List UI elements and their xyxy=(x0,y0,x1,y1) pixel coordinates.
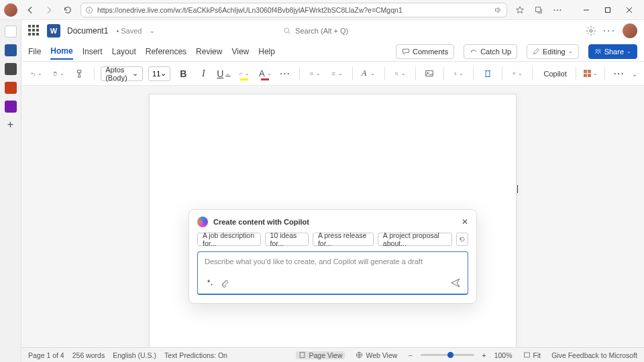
rail-word-icon[interactable] xyxy=(5,44,17,56)
forward-icon xyxy=(43,4,55,16)
attach-icon[interactable] xyxy=(221,279,229,288)
svg-rect-5 xyxy=(606,7,610,12)
more-font-button[interactable]: ··· xyxy=(278,65,292,82)
rail-teams-icon[interactable] xyxy=(5,63,17,75)
align-button[interactable]: ⌄ xyxy=(329,65,345,82)
bullets-button[interactable]: ⌄ xyxy=(307,65,323,82)
suggestion-chip-ideas[interactable]: 10 ideas for... xyxy=(265,233,309,246)
rail-add-icon[interactable]: + xyxy=(7,119,13,130)
svg-point-9 xyxy=(596,50,598,52)
zoom-in-button[interactable]: + xyxy=(482,351,486,359)
back-icon[interactable] xyxy=(24,4,36,16)
user-avatar[interactable] xyxy=(623,23,637,38)
read-aloud-icon[interactable] xyxy=(493,5,502,15)
catchup-button[interactable]: Catch Up xyxy=(464,44,517,59)
document-state: • Saved xyxy=(116,27,142,35)
browser-titlebar: https://onedrive.live.com/w:/t/EaCKkPs6A… xyxy=(0,0,644,20)
app-side-rail: + xyxy=(0,20,21,362)
highlight-button[interactable]: ⌄ xyxy=(236,65,252,82)
status-language[interactable]: English (U.S.) xyxy=(113,351,156,359)
zoom-level[interactable]: 100% xyxy=(494,351,513,359)
copilot-prompt-input[interactable]: Describe what you'd like to create, and … xyxy=(197,251,468,295)
rail-powerpoint-icon[interactable] xyxy=(5,82,17,94)
search-placeholder: Search (Alt + Q) xyxy=(295,27,348,35)
status-words[interactable]: 256 words xyxy=(72,351,105,359)
document-name[interactable]: Document1 xyxy=(67,26,108,36)
editing-button[interactable]: Editing⌄ xyxy=(527,44,579,59)
dictate-button[interactable]: ⌄ xyxy=(451,65,466,82)
zoom-slider[interactable] xyxy=(421,354,474,356)
page-view-button[interactable]: Page View xyxy=(296,351,345,359)
tab-help[interactable]: Help xyxy=(258,44,275,59)
paste-button[interactable]: ⌄ xyxy=(50,65,67,82)
send-button[interactable] xyxy=(450,278,461,288)
maximize-button[interactable] xyxy=(597,0,619,20)
settings-icon[interactable] xyxy=(586,25,596,36)
tab-references[interactable]: References xyxy=(146,44,186,59)
sparkle-icon[interactable] xyxy=(205,278,214,288)
refresh-icon[interactable] xyxy=(62,4,74,16)
profile-avatar[interactable] xyxy=(4,3,17,17)
tab-home[interactable]: Home xyxy=(50,44,72,60)
font-color-button[interactable]: A⌄ xyxy=(258,65,272,82)
minimize-button[interactable] xyxy=(576,0,597,20)
suggestion-refresh-button[interactable] xyxy=(456,233,468,246)
collections-icon[interactable] xyxy=(533,4,545,16)
rail-office-icon[interactable] xyxy=(5,25,17,38)
rail-onenote-icon[interactable] xyxy=(5,101,17,113)
svg-point-6 xyxy=(284,28,289,33)
font-name-select[interactable]: Aptos (Body)⌄ xyxy=(101,66,143,81)
zoom-out-button[interactable]: − xyxy=(408,351,412,359)
web-view-button[interactable]: Web View xyxy=(353,351,400,359)
app-more-icon[interactable]: ··· xyxy=(603,25,616,37)
app-launcher-icon[interactable] xyxy=(28,25,40,37)
svg-rect-2 xyxy=(89,9,90,11)
svg-rect-29 xyxy=(524,353,529,357)
tab-review[interactable]: Review xyxy=(196,44,222,59)
ribbon-collapse-icon[interactable]: ⌄ xyxy=(632,70,637,78)
feedback-link[interactable]: Give Feedback to Microsoft xyxy=(551,351,637,359)
word-logo-icon: W xyxy=(47,24,60,38)
ribbon-overflow-button[interactable]: ··· xyxy=(612,65,627,82)
underline-button[interactable]: U⌄ xyxy=(216,65,231,82)
find-button[interactable]: ⌄ xyxy=(392,65,409,82)
suggestion-chip-job[interactable]: A job description for... xyxy=(197,233,261,246)
svg-point-14 xyxy=(310,73,311,74)
format-painter-button[interactable] xyxy=(72,65,87,82)
suggestion-chip-press[interactable]: A press release for... xyxy=(313,233,374,246)
suggestion-chip-proposal[interactable]: A project proposal about... xyxy=(378,233,452,246)
designer-button[interactable]: ⌄ xyxy=(509,65,526,82)
tab-layout[interactable]: Layout xyxy=(112,44,136,59)
document-canvas[interactable]: Create content with Copilot ✕ A job desc… xyxy=(21,86,644,347)
insert-button[interactable] xyxy=(422,65,437,82)
favorites-icon[interactable] xyxy=(514,4,526,16)
address-bar[interactable]: https://onedrive.live.com/w:/t/EaCKkPs6A… xyxy=(80,3,507,17)
document-chevron-icon[interactable]: ⌄ xyxy=(150,27,155,34)
search-box[interactable]: Search (Alt + Q) xyxy=(283,23,458,38)
status-page[interactable]: Page 1 of 4 xyxy=(28,351,64,359)
status-bar: Page 1 of 4 256 words English (U.S.) Tex… xyxy=(21,347,644,362)
svg-line-7 xyxy=(288,32,290,34)
url-text: https://onedrive.live.com/w:/t/EaCKkPs6A… xyxy=(97,6,489,14)
editor-button[interactable] xyxy=(480,65,495,82)
tab-insert[interactable]: Insert xyxy=(83,44,103,59)
close-button[interactable] xyxy=(619,0,640,20)
browser-more-icon[interactable]: ··· xyxy=(551,4,564,16)
tab-view[interactable]: View xyxy=(231,44,249,59)
italic-button[interactable]: I xyxy=(196,65,211,82)
styles-button[interactable]: A⌄ xyxy=(359,65,378,82)
site-info-icon[interactable] xyxy=(85,6,93,14)
bold-button[interactable]: B xyxy=(176,65,191,82)
share-button[interactable]: Share⌄ xyxy=(588,44,637,59)
copilot-close-button[interactable]: ✕ xyxy=(462,217,468,227)
copilot-ribbon-button[interactable]: Copilot xyxy=(539,65,569,82)
table-style-button[interactable]: ⌄ xyxy=(583,65,598,82)
ribbon-tabs: File Home Insert Layout References Revie… xyxy=(21,42,644,62)
tab-file[interactable]: File xyxy=(28,44,41,59)
copilot-card-title: Create content with Copilot xyxy=(213,218,456,226)
comments-button[interactable]: Comments xyxy=(396,44,454,59)
status-predictions[interactable]: Text Predictions: On xyxy=(164,351,227,359)
fit-button[interactable]: Fit xyxy=(521,351,544,359)
undo-button[interactable]: ⌄ xyxy=(28,65,45,82)
font-size-select[interactable]: 11⌄ xyxy=(148,66,170,81)
